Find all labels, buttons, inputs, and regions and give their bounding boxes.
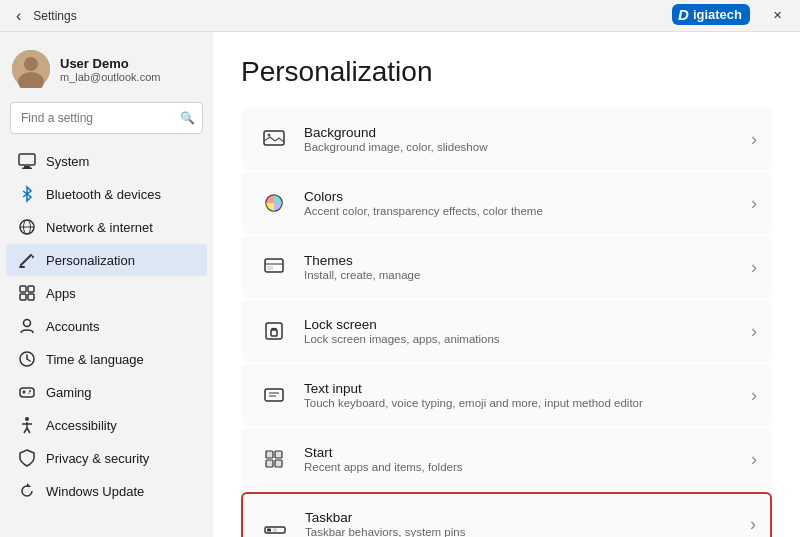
svg-point-28 (268, 134, 271, 137)
svg-point-25 (25, 417, 29, 421)
svg-rect-3 (19, 154, 35, 165)
svg-rect-43 (267, 529, 271, 532)
page-title: Personalization (241, 56, 772, 88)
sidebar-label-personalization: Personalization (46, 253, 135, 268)
back-button[interactable]: ‹ (12, 7, 25, 25)
search-icon: 🔍 (180, 111, 195, 125)
svg-line-9 (21, 255, 31, 265)
chevron-right-icon: › (751, 129, 757, 150)
title-bar-left: ‹ Settings (12, 7, 77, 25)
settings-item-lockscreen[interactable]: Lock screenLock screen images, apps, ani… (241, 300, 772, 362)
user-info: User Demo m_lab@outlook.com (60, 56, 160, 83)
search-input[interactable] (10, 102, 203, 134)
sidebar-item-apps[interactable]: Apps (6, 277, 207, 309)
sidebar-item-bluetooth[interactable]: Bluetooth & devices (6, 178, 207, 210)
svg-rect-12 (20, 286, 26, 292)
settings-item-taskbar[interactable]: TaskbarTaskbar behaviors, system pins› (241, 492, 772, 537)
background-icon (256, 121, 292, 157)
svg-rect-15 (28, 294, 34, 300)
user-name: User Demo (60, 56, 160, 71)
svg-point-1 (24, 57, 38, 71)
settings-item-title-textinput: Text input (304, 381, 751, 396)
svg-point-23 (29, 390, 31, 392)
sidebar-item-gaming[interactable]: Gaming (6, 376, 207, 408)
title-bar: ‹ Settings D igiatech — □ ✕ (0, 0, 800, 32)
personalization-icon (18, 251, 36, 269)
sidebar-item-privacy[interactable]: Privacy & security (6, 442, 207, 474)
user-profile[interactable]: User Demo m_lab@outlook.com (0, 40, 213, 102)
sidebar-label-time: Time & language (46, 352, 144, 367)
settings-item-desc-background: Background image, color, slideshow (304, 141, 751, 153)
settings-item-start[interactable]: StartRecent apps and items, folders› (241, 428, 772, 490)
sidebar-label-update: Windows Update (46, 484, 144, 499)
sidebar-label-accessibility: Accessibility (46, 418, 117, 433)
sidebar-item-accounts[interactable]: Accounts (6, 310, 207, 342)
chevron-right-icon: › (751, 257, 757, 278)
settings-item-desc-colors: Accent color, transparency effects, colo… (304, 205, 751, 217)
gaming-icon (18, 383, 36, 401)
svg-line-19 (27, 359, 30, 361)
chevron-right-icon: › (751, 449, 757, 470)
sidebar-item-personalization[interactable]: Personalization (6, 244, 207, 276)
sidebar-item-network[interactable]: Network & internet (6, 211, 207, 243)
svg-rect-13 (28, 286, 34, 292)
settings-item-text-taskbar: TaskbarTaskbar behaviors, system pins (305, 510, 750, 537)
chevron-right-icon: › (750, 514, 756, 535)
sidebar-label-privacy: Privacy & security (46, 451, 149, 466)
settings-item-desc-taskbar: Taskbar behaviors, system pins (305, 526, 750, 537)
settings-item-text-lockscreen: Lock screenLock screen images, apps, ani… (304, 317, 751, 345)
taskbar-icon (257, 506, 293, 537)
app-container: User Demo m_lab@outlook.com 🔍 SystemBlue… (0, 32, 800, 537)
content-area: Personalization BackgroundBackground ima… (213, 32, 800, 537)
settings-item-desc-start: Recent apps and items, folders (304, 461, 751, 473)
bluetooth-icon (18, 185, 36, 203)
sidebar-label-apps: Apps (46, 286, 76, 301)
chevron-right-icon: › (751, 321, 757, 342)
close-button[interactable]: ✕ (754, 0, 800, 32)
settings-item-desc-textinput: Touch keyboard, voice typing, emoji and … (304, 397, 751, 409)
sidebar-item-update[interactable]: Windows Update (6, 475, 207, 507)
settings-item-title-colors: Colors (304, 189, 751, 204)
settings-item-text-start: StartRecent apps and items, folders (304, 445, 751, 473)
settings-item-title-themes: Themes (304, 253, 751, 268)
sidebar-item-time[interactable]: Time & language (6, 343, 207, 375)
svg-point-24 (28, 393, 29, 394)
settings-item-text-themes: ThemesInstall, create, manage (304, 253, 751, 281)
settings-item-themes[interactable]: ThemesInstall, create, manage› (241, 236, 772, 298)
svg-rect-40 (266, 460, 273, 467)
settings-item-title-lockscreen: Lock screen (304, 317, 751, 332)
nav-list: SystemBluetooth & devicesNetwork & inter… (0, 144, 213, 508)
network-icon (18, 218, 36, 236)
svg-rect-39 (275, 451, 282, 458)
chevron-right-icon: › (751, 385, 757, 406)
settings-item-text-background: BackgroundBackground image, color, slide… (304, 125, 751, 153)
settings-list: BackgroundBackground image, color, slide… (241, 108, 772, 537)
svg-rect-38 (266, 451, 273, 458)
accessibility-icon (18, 416, 36, 434)
update-icon (18, 482, 36, 500)
search-box[interactable]: 🔍 (10, 102, 203, 134)
settings-item-textinput[interactable]: Text inputTouch keyboard, voice typing, … (241, 364, 772, 426)
sidebar-label-bluetooth: Bluetooth & devices (46, 187, 161, 202)
settings-item-colors[interactable]: ColorsAccent color, transparency effects… (241, 172, 772, 234)
sidebar-label-system: System (46, 154, 89, 169)
themes-icon (256, 249, 292, 285)
settings-item-text-colors: ColorsAccent color, transparency effects… (304, 189, 751, 217)
privacy-icon (18, 449, 36, 467)
sidebar-item-accessibility[interactable]: Accessibility (6, 409, 207, 441)
settings-item-background[interactable]: BackgroundBackground image, color, slide… (241, 108, 772, 170)
user-email: m_lab@outlook.com (60, 71, 160, 83)
logo-text: igiatech (693, 7, 742, 22)
system-icon (18, 152, 36, 170)
svg-rect-32 (267, 266, 273, 270)
textinput-icon (256, 377, 292, 413)
sidebar-item-system[interactable]: System (6, 145, 207, 177)
logo-badge: D igiatech (672, 4, 750, 25)
svg-rect-35 (265, 389, 283, 401)
svg-point-16 (24, 320, 31, 327)
svg-rect-5 (22, 168, 32, 170)
sidebar: User Demo m_lab@outlook.com 🔍 SystemBlue… (0, 32, 213, 537)
svg-rect-20 (20, 388, 34, 397)
apps-icon (18, 284, 36, 302)
svg-marker-26 (27, 483, 31, 487)
